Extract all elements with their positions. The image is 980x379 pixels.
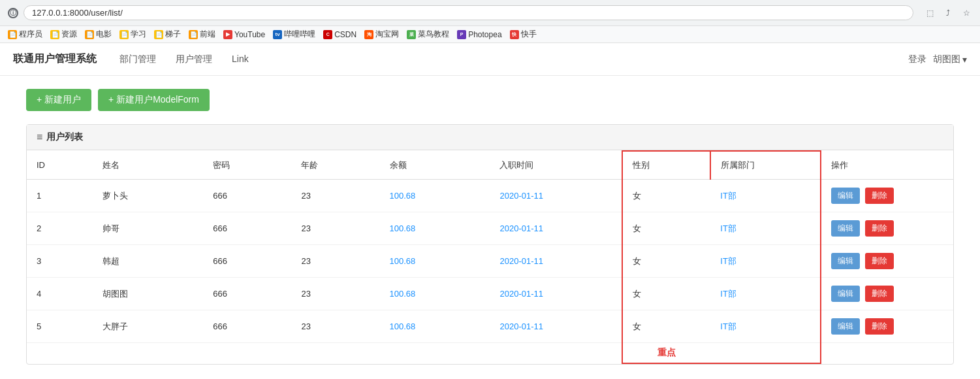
- th-pwd: 密码: [203, 151, 291, 180]
- bookmark-ziyuan[interactable]: 📄 资源: [50, 29, 77, 40]
- bookmark-xuexi[interactable]: 📄 学习: [119, 29, 146, 40]
- edit-button[interactable]: 编辑: [831, 318, 860, 335]
- cell-pwd: 666: [203, 278, 291, 310]
- cell-dept: IT部: [710, 278, 821, 310]
- user-table: ID 姓名 密码 年龄 余额 入职时间 性别 所属部门 操作 1 萝卜头 666…: [27, 150, 953, 364]
- bookmark-icon-tizi: 📄: [154, 30, 163, 39]
- nav-user[interactable]: 胡图图 ▾: [933, 54, 967, 65]
- app-nav-right: 登录 胡图图 ▾: [908, 54, 967, 65]
- cell-dept: IT部: [710, 245, 821, 278]
- bookmark-icon-bilibili: tv: [273, 30, 282, 39]
- cell-age: 23: [291, 180, 379, 212]
- th-balance: 余额: [380, 151, 490, 180]
- bookmark-youtube[interactable]: ▶ YouTube: [223, 30, 265, 39]
- cell-name: 胡图图: [93, 278, 203, 310]
- th-age: 年龄: [291, 151, 379, 180]
- cell-date: 2020-01-11: [490, 245, 622, 278]
- nav-login[interactable]: 登录: [908, 54, 926, 65]
- table-row: 5 大胖子 666 23 100.68 2020-01-11 女 IT部 编辑 …: [27, 310, 953, 343]
- cell-balance: 100.68: [380, 245, 490, 278]
- cell-date: 2020-01-11: [490, 278, 622, 310]
- bookmark-taobao[interactable]: 淘 淘宝网: [364, 29, 399, 40]
- bookmark-bilibili[interactable]: tv 哔哩哔哩: [273, 29, 315, 40]
- bookmark-photopea[interactable]: P Photopea: [457, 30, 501, 39]
- edit-button[interactable]: 编辑: [831, 286, 860, 302]
- cell-dept: IT部: [710, 310, 821, 343]
- bookmark-dianying[interactable]: 📄 电影: [85, 29, 112, 40]
- table-row: 2 帅哥 666 23 100.68 2020-01-11 女 IT部 编辑 删…: [27, 212, 953, 245]
- cell-balance: 100.68: [380, 212, 490, 245]
- ann-empty-9: [821, 343, 953, 364]
- bookmark-icon-qianduan: 📄: [189, 30, 198, 39]
- bookmark-icon-kuaishou: 快: [510, 30, 519, 39]
- bookmark-icon-ziyuan: 📄: [50, 30, 59, 39]
- cell-name: 韩超: [93, 245, 203, 278]
- ann-empty-2: [93, 343, 203, 364]
- bookmark-csdn[interactable]: C CSDN: [323, 30, 356, 39]
- app-brand: 联通用户管理系统: [13, 52, 97, 66]
- new-user-button[interactable]: + 新建用户: [26, 89, 91, 111]
- ann-empty-6: [490, 343, 622, 364]
- nav-link-user[interactable]: 用户管理: [172, 54, 215, 65]
- nav-link-dept[interactable]: 部门管理: [116, 54, 159, 65]
- delete-button[interactable]: 删除: [865, 318, 894, 335]
- delete-button[interactable]: 删除: [865, 253, 894, 269]
- cell-id: 5: [27, 310, 93, 343]
- ann-empty-3: [203, 343, 291, 364]
- cell-date: 2020-01-11: [490, 310, 622, 343]
- bookmark-icon-taobao: 淘: [364, 30, 373, 39]
- th-name: 姓名: [93, 151, 203, 180]
- bookmark-chengxuyuan[interactable]: 📄 程序员: [8, 29, 42, 40]
- cell-gender: 女: [622, 212, 710, 245]
- cell-pwd: 666: [203, 245, 291, 278]
- delete-button[interactable]: 删除: [865, 286, 894, 302]
- th-dept: 所属部门: [710, 151, 821, 180]
- cell-action: 编辑 删除: [821, 310, 953, 343]
- cell-pwd: 666: [203, 180, 291, 212]
- bookmark-caoniao[interactable]: 菜 菜鸟教程: [407, 29, 449, 40]
- cell-gender: 女: [622, 278, 710, 310]
- bookmark-icon-chengxuyuan: 📄: [8, 30, 17, 39]
- bookmark-icon-photopea: P: [457, 30, 466, 39]
- browser-actions: ⬚ ⤴ ☆: [924, 7, 972, 19]
- bookmark-icon-caoniao: 菜: [407, 30, 416, 39]
- delete-button[interactable]: 删除: [865, 220, 894, 237]
- url-bar[interactable]: 127.0.0.1:8000/user/list/: [24, 5, 913, 20]
- cell-id: 4: [27, 278, 93, 310]
- th-date: 入职时间: [490, 151, 622, 180]
- cast-icon[interactable]: ⬚: [924, 7, 936, 19]
- delete-button[interactable]: 删除: [865, 188, 894, 204]
- bookmark-qianduan[interactable]: 📄 前端: [189, 29, 215, 40]
- ann-empty-5: [380, 343, 490, 364]
- cell-id: 3: [27, 245, 93, 278]
- ann-empty-4: [291, 343, 379, 364]
- annotation-row: 重点: [27, 343, 953, 364]
- bookmark-kuaishou[interactable]: 快 快手: [510, 29, 537, 40]
- bookmarks-bar: 📄 程序员 📄 资源 📄 电影 📄 学习 📄 梯子 📄 前端 ▶ YouTube…: [0, 26, 980, 43]
- bookmark-icon-dianying: 📄: [85, 30, 94, 39]
- edit-button[interactable]: 编辑: [831, 188, 860, 204]
- cell-age: 23: [291, 278, 379, 310]
- cell-balance: 100.68: [380, 278, 490, 310]
- table-container: ≡ 用户列表 ID 姓名 密码 年龄 余额 入职时间 性别 所属部门 操作 1: [26, 124, 954, 365]
- new-user-modelform-button[interactable]: + 新建用户ModelForm: [98, 89, 210, 111]
- edit-button[interactable]: 编辑: [831, 253, 860, 269]
- cell-gender: 女: [622, 180, 710, 212]
- ann-right: [710, 343, 821, 364]
- dropdown-icon: ▾: [962, 54, 967, 65]
- bookmark-icon-xuexi: 📄: [119, 30, 129, 39]
- cell-action: 编辑 删除: [821, 212, 953, 245]
- app-nav-links: 部门管理 用户管理 Link: [116, 54, 908, 65]
- table-title: ≡ 用户列表: [27, 125, 953, 150]
- edit-button[interactable]: 编辑: [831, 220, 860, 237]
- cell-dept: IT部: [710, 180, 821, 212]
- bookmark-star-icon[interactable]: ☆: [960, 7, 972, 19]
- table-row: 4 胡图图 666 23 100.68 2020-01-11 女 IT部 编辑 …: [27, 278, 953, 310]
- cell-action: 编辑 删除: [821, 245, 953, 278]
- share-icon[interactable]: ⤴: [942, 7, 954, 19]
- bookmark-tizi[interactable]: 📄 梯子: [154, 29, 181, 40]
- annotation-text: 重点: [657, 347, 676, 357]
- cell-dept: IT部: [710, 212, 821, 245]
- nav-link-link[interactable]: Link: [229, 54, 252, 65]
- bookmark-icon-youtube: ▶: [223, 30, 232, 39]
